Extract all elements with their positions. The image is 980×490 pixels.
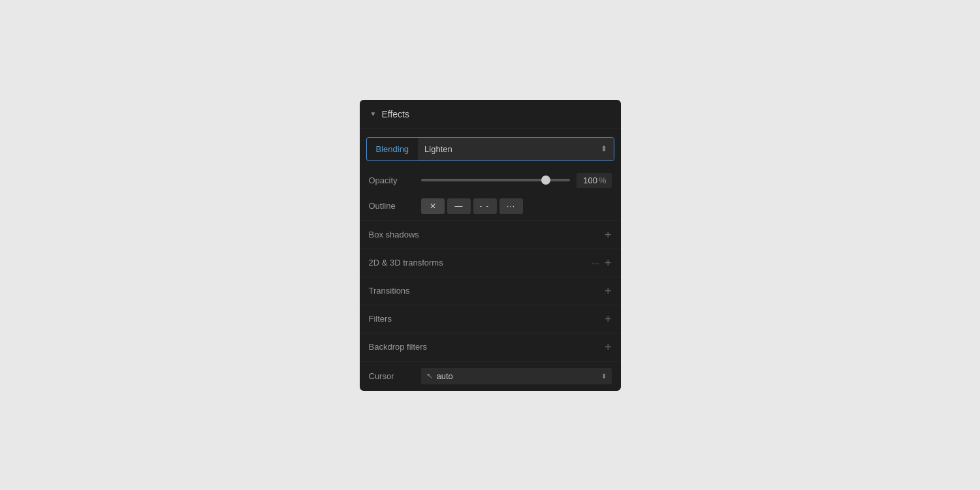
- transforms-more-icon[interactable]: ···: [592, 258, 599, 268]
- cursor-arrow-icon: ↖: [426, 371, 433, 380]
- cursor-select-arrow-icon: ⬍: [601, 373, 607, 380]
- blending-select-arrow-icon: ⬍: [594, 144, 614, 153]
- opacity-value: 100: [582, 176, 597, 185]
- backdrop-filters-label: Backdrop filters: [369, 342, 428, 352]
- cursor-label: Cursor: [369, 371, 421, 381]
- cursor-select[interactable]: auto default pointer crosshair text move…: [437, 371, 601, 381]
- transitions-actions: +: [605, 285, 612, 297]
- outline-row: Outline ✕ — - - ···: [360, 194, 621, 218]
- filters-add-icon[interactable]: +: [605, 313, 612, 325]
- box-shadows-actions: +: [605, 229, 612, 241]
- cursor-select-wrapper: ↖ auto default pointer crosshair text mo…: [421, 368, 612, 384]
- outline-btn-dashed[interactable]: - -: [473, 198, 497, 214]
- collapse-icon[interactable]: ▼: [370, 110, 377, 117]
- blending-label: Blending: [367, 138, 419, 161]
- opacity-slider-wrapper: [421, 179, 570, 181]
- transitions-add-icon[interactable]: +: [605, 285, 612, 297]
- transitions-row[interactable]: Transitions +: [360, 277, 621, 305]
- box-shadows-row[interactable]: Box shadows +: [360, 221, 621, 249]
- blending-select[interactable]: Normal Multiply Screen Overlay Darken Li…: [418, 138, 593, 161]
- panel-header[interactable]: ▼ Effects: [360, 100, 621, 129]
- cursor-row: Cursor ↖ auto default pointer crosshair …: [360, 361, 621, 391]
- effects-panel: ▼ Effects Blending Normal Multiply Scree…: [360, 100, 621, 391]
- box-shadows-add-icon[interactable]: +: [605, 229, 612, 241]
- transforms-actions: ··· +: [592, 257, 611, 269]
- backdrop-filters-add-icon[interactable]: +: [605, 341, 612, 353]
- opacity-thumb[interactable]: [541, 176, 550, 185]
- transforms-row[interactable]: 2D & 3D transforms ··· +: [360, 249, 621, 277]
- opacity-label: Opacity: [369, 176, 421, 185]
- backdrop-filters-row[interactable]: Backdrop filters +: [360, 333, 621, 361]
- outline-label: Outline: [369, 201, 421, 211]
- outline-btn-none[interactable]: ✕: [421, 198, 445, 214]
- opacity-value-wrapper: 100 %: [577, 173, 612, 188]
- opacity-row: Opacity 100 %: [360, 169, 621, 192]
- opacity-unit: %: [599, 176, 607, 185]
- filters-actions: +: [605, 313, 612, 325]
- outline-btn-solid[interactable]: —: [447, 198, 471, 214]
- blending-row: Blending Normal Multiply Screen Overlay …: [366, 137, 614, 161]
- blending-select-container: Normal Multiply Screen Overlay Darken Li…: [418, 138, 613, 161]
- transitions-label: Transitions: [369, 286, 410, 296]
- backdrop-filters-actions: +: [605, 341, 612, 353]
- panel-title: Effects: [381, 109, 409, 119]
- filters-row[interactable]: Filters +: [360, 305, 621, 333]
- outline-buttons: ✕ — - - ···: [421, 198, 523, 214]
- opacity-slider[interactable]: [421, 179, 570, 181]
- box-shadows-label: Box shadows: [369, 230, 419, 239]
- transforms-add-icon[interactable]: +: [605, 257, 612, 269]
- transforms-label: 2D & 3D transforms: [369, 258, 443, 268]
- filters-label: Filters: [369, 314, 392, 324]
- outline-btn-dotted[interactable]: ···: [499, 198, 523, 214]
